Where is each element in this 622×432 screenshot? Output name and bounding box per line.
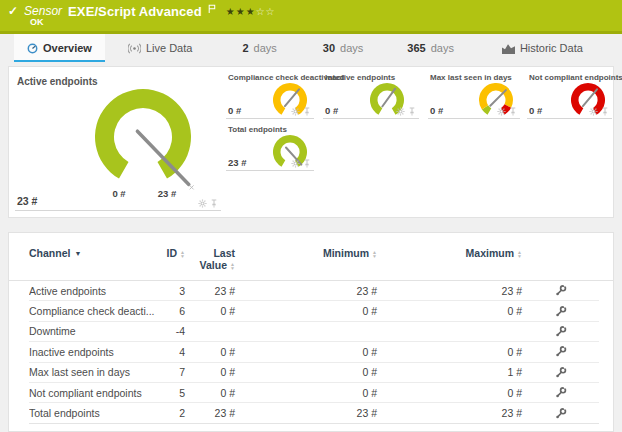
panel-title: Inactive endpoints <box>325 73 395 82</box>
channel-cell[interactable]: Downtime <box>29 325 157 337</box>
tab-2-days[interactable]: 2 days <box>229 34 289 62</box>
tab-live-data[interactable]: Live Data <box>115 34 205 62</box>
panel-title: Total endpoints <box>228 125 287 134</box>
table-header-row: Channel▼ ID▲▼ Last Value▲▼ Minimum▲▼ Max… <box>9 233 613 281</box>
panel-title: Max last seen in days <box>430 73 512 82</box>
panel-compliance-check: Compliance check deactivated 0 # <box>226 73 314 119</box>
wrench-icon[interactable] <box>554 407 567 420</box>
pin-icon[interactable] <box>601 107 609 116</box>
tab-unit: days <box>340 42 363 54</box>
gear-icon[interactable] <box>589 107 598 116</box>
tab-365-days[interactable]: 365 days <box>394 34 467 62</box>
tab-label: Live Data <box>146 42 192 54</box>
panel-not-compliant: Not compliant endpoints 0 # <box>527 73 612 119</box>
wrench-icon[interactable] <box>554 386 567 399</box>
panel-value: 0 # <box>430 105 443 116</box>
column-header-last-value[interactable]: Last Value▲▼ <box>185 247 235 271</box>
table-row[interactable]: Active endpoints 3 23 # 23 # 23 # <box>29 281 599 301</box>
gauges-card: Active endpoints 0 # 23 # 23 # Complianc… <box>8 66 614 218</box>
prtg-sensor-page: { "colors": { "header_green": "#b1c312",… <box>0 0 622 432</box>
channel-cell[interactable]: Active endpoints <box>29 285 157 297</box>
id-cell: 3 <box>157 285 185 297</box>
pin-icon[interactable] <box>210 199 218 208</box>
id-cell: 4 <box>157 346 185 358</box>
minimum-cell: 23 # <box>235 285 377 297</box>
gauge-min-label: 0 # <box>99 188 139 199</box>
stars-empty: ☆☆ <box>256 6 276 17</box>
pin-icon[interactable] <box>303 159 311 168</box>
sort-toggle-icon: ▲▼ <box>230 262 235 271</box>
wrench-icon[interactable] <box>554 284 567 297</box>
column-header-channel[interactable]: Channel▼ <box>29 247 157 259</box>
column-label: Minimum <box>323 247 369 259</box>
id-cell: 2 <box>157 407 185 419</box>
tab-30-days[interactable]: 30 days <box>310 34 377 62</box>
last-value-cell: 0 # <box>185 346 235 358</box>
column-label: Channel <box>29 247 70 259</box>
tab-bar: Overview Live Data 2 days 30 days 365 da… <box>0 34 622 62</box>
panel-value: 0 # <box>529 105 542 116</box>
table-row[interactable]: Total endpoints 2 23 # 23 # 23 # <box>29 403 599 423</box>
panel-active-endpoints: Active endpoints 0 # 23 # 23 # <box>15 71 221 211</box>
maximum-cell: 23 # <box>377 407 522 419</box>
gear-icon[interactable] <box>396 107 405 116</box>
maximum-cell: 0 # <box>377 305 522 317</box>
channel-cell[interactable]: Max last seen in days <box>29 366 157 378</box>
pin-icon[interactable] <box>303 107 311 116</box>
tab-overview[interactable]: Overview <box>14 34 105 62</box>
sensor-kind-label: Sensor <box>24 4 62 18</box>
wrench-icon[interactable] <box>554 366 567 379</box>
tab-label: Overview <box>43 42 92 54</box>
gear-icon[interactable] <box>497 107 506 116</box>
column-header-maximum[interactable]: Maximum▲▼ <box>377 247 522 259</box>
channel-cell[interactable]: Inactive endpoints <box>29 346 157 358</box>
active-endpoints-gauge <box>81 81 205 195</box>
tab-number: 365 <box>407 42 425 54</box>
maximum-cell: 23 # <box>377 285 522 297</box>
table-row[interactable]: Compliance check deacti... 6 0 # 0 # 0 # <box>29 301 599 321</box>
table-row[interactable]: Not compliant endpoints 5 0 # 0 # 0 # <box>29 383 599 403</box>
gear-icon[interactable] <box>291 107 300 116</box>
wrench-icon[interactable] <box>554 345 567 358</box>
tab-number: 30 <box>323 42 335 54</box>
panel-value: 0 # <box>228 105 241 116</box>
minimum-cell: 0 # <box>235 346 377 358</box>
tab-number: 2 <box>242 42 248 54</box>
minimum-cell: 0 # <box>235 305 377 317</box>
table-row[interactable]: Inactive endpoints 4 0 # 0 # 0 # <box>29 342 599 362</box>
gear-icon[interactable] <box>291 159 300 168</box>
id-cell: -4 <box>157 325 185 337</box>
priority-stars[interactable]: ★★★☆☆ <box>226 6 276 17</box>
wrench-icon[interactable] <box>554 305 567 318</box>
tab-label: Historic Data <box>520 42 583 54</box>
pin-icon[interactable] <box>509 107 517 116</box>
id-cell: 7 <box>157 366 185 378</box>
id-cell: 5 <box>157 387 185 399</box>
column-header-minimum[interactable]: Minimum▲▼ <box>235 247 377 259</box>
panel-max-last-seen: Max last seen in days 0 # <box>428 73 520 119</box>
sort-desc-icon: ▼ <box>74 250 81 257</box>
table-row[interactable]: Downtime -4 <box>29 322 599 342</box>
last-value-cell: 23 # <box>185 407 235 419</box>
stars-filled: ★★★ <box>226 6 256 17</box>
channel-cell[interactable]: Total endpoints <box>29 407 157 419</box>
column-header-id[interactable]: ID▲▼ <box>157 247 185 259</box>
maximum-cell: 0 # <box>377 387 522 399</box>
channel-table-card: Channel▼ ID▲▼ Last Value▲▼ Minimum▲▼ Max… <box>8 232 614 432</box>
flag-icon[interactable] <box>208 4 216 14</box>
gear-icon[interactable] <box>198 199 207 208</box>
pin-icon[interactable] <box>408 107 416 116</box>
panel-value: 0 # <box>325 105 338 116</box>
wrench-icon[interactable] <box>554 325 567 338</box>
table-row[interactable]: Max last seen in days 7 0 # 0 # 1 # <box>29 363 599 383</box>
last-value-cell: 0 # <box>185 387 235 399</box>
tab-unit: days <box>431 42 454 54</box>
historic-chart-icon <box>502 43 515 54</box>
channel-cell[interactable]: Compliance check deacti... <box>29 305 157 317</box>
sensor-header: ✓ Sensor EXE/Script Advanced ★★★☆☆ OK <box>0 0 622 34</box>
panel-title: Not compliant endpoints <box>529 73 622 82</box>
tab-historic-data[interactable]: Historic Data <box>489 34 596 62</box>
id-cell: 6 <box>157 305 185 317</box>
channel-cell[interactable]: Not compliant endpoints <box>29 387 157 399</box>
gauge-max-label: 23 # <box>147 188 187 199</box>
